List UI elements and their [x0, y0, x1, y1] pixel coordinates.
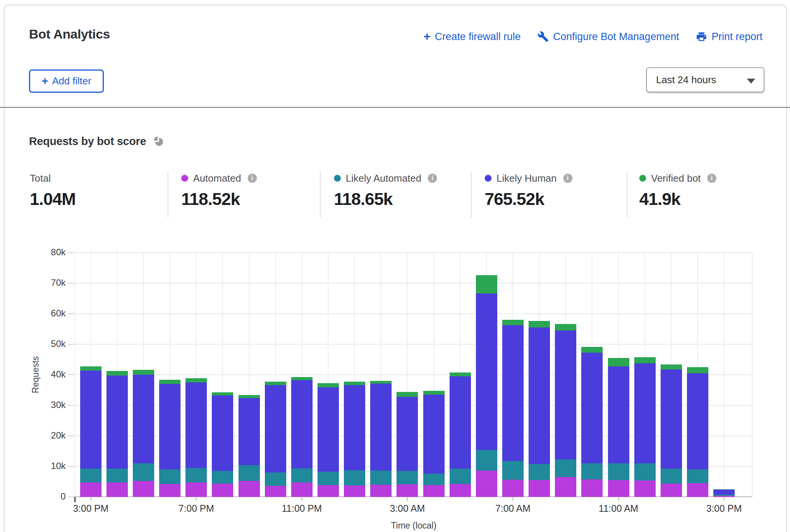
bar-segment-likely-automated[interactable]	[450, 469, 471, 484]
bar-segment-likely-human[interactable]	[529, 327, 550, 464]
bar-segment-likely-automated[interactable]	[159, 469, 181, 484]
bar-segment-likely-human[interactable]	[265, 385, 286, 472]
bar-segment-verified-bot[interactable]	[344, 382, 365, 385]
bar-segment-likely-human[interactable]	[344, 385, 365, 470]
bar-segment-likely-human[interactable]	[661, 369, 682, 468]
bar-segment-automated[interactable]	[397, 484, 418, 497]
bar-segment-verified-bot[interactable]	[581, 347, 603, 353]
bar-segment-verified-bot[interactable]	[239, 395, 260, 398]
bar-segment-automated[interactable]	[212, 484, 233, 497]
bar-segment-likely-automated[interactable]	[318, 472, 339, 485]
bar-segment-automated[interactable]	[661, 484, 682, 497]
bar-segment-likely-automated[interactable]	[344, 470, 365, 486]
bar-segment-likely-automated[interactable]	[661, 469, 682, 484]
bar-segment-verified-bot[interactable]	[291, 377, 313, 380]
bar-segment-automated[interactable]	[291, 482, 313, 497]
bar-segment-likely-automated[interactable]	[555, 459, 576, 477]
bar-segment-automated[interactable]	[239, 481, 260, 497]
bar-segment-automated[interactable]	[185, 482, 207, 497]
bar-segment-verified-bot[interactable]	[212, 392, 233, 396]
bar-segment-likely-human[interactable]	[608, 366, 629, 463]
bar-segment-likely-human[interactable]	[581, 353, 603, 463]
bar-segment-likely-human[interactable]	[291, 380, 313, 468]
bar-segment-automated[interactable]	[450, 484, 471, 497]
bar-segment-verified-bot[interactable]	[265, 382, 286, 385]
bar-segment-automated[interactable]	[265, 486, 286, 497]
bar-segment-automated[interactable]	[555, 477, 576, 497]
bar-segment-likely-human[interactable]	[713, 490, 735, 495]
bar-segment-likely-automated[interactable]	[634, 463, 656, 480]
bar-segment-automated[interactable]	[106, 482, 128, 497]
bar-segment-likely-automated[interactable]	[212, 471, 233, 484]
bar-segment-likely-human[interactable]	[212, 395, 233, 471]
bar-segment-verified-bot[interactable]	[555, 324, 576, 330]
bar-segment-automated[interactable]	[502, 480, 524, 497]
bar-segment-likely-automated[interactable]	[239, 465, 260, 481]
bar-segment-automated[interactable]	[370, 485, 392, 497]
bar-segment-automated[interactable]	[423, 485, 445, 497]
bar-segment-likely-automated[interactable]	[687, 469, 708, 483]
bar-segment-likely-automated[interactable]	[423, 474, 445, 485]
bar-segment-likely-human[interactable]	[476, 293, 497, 450]
bar-segment-likely-automated[interactable]	[502, 461, 524, 480]
bar-segment-verified-bot[interactable]	[687, 367, 708, 373]
bar-segment-likely-human[interactable]	[106, 376, 128, 469]
bar-segment-likely-human[interactable]	[370, 384, 392, 471]
bar-segment-likely-automated[interactable]	[185, 468, 207, 482]
bar-segment-likely-human[interactable]	[80, 371, 102, 469]
bar-segment-verified-bot[interactable]	[133, 370, 154, 375]
bar-segment-verified-bot[interactable]	[185, 378, 207, 382]
bar-segment-verified-bot[interactable]	[502, 320, 524, 325]
bar-segment-verified-bot[interactable]	[608, 358, 629, 366]
bar-segment-likely-automated[interactable]	[133, 463, 154, 481]
bar-segment-likely-human[interactable]	[450, 376, 471, 469]
bar-segment-verified-bot[interactable]	[106, 371, 128, 376]
bar-segment-likely-automated[interactable]	[581, 463, 603, 479]
bar-segment-verified-bot[interactable]	[476, 275, 497, 293]
bar-segment-likely-human[interactable]	[133, 375, 154, 463]
bar-segment-likely-human[interactable]	[634, 363, 656, 463]
bar-segment-likely-automated[interactable]	[80, 469, 102, 482]
bar-segment-automated[interactable]	[159, 484, 181, 497]
bar-segment-automated[interactable]	[608, 480, 629, 497]
bar-segment-verified-bot[interactable]	[318, 383, 339, 387]
bar-segment-likely-human[interactable]	[555, 330, 576, 459]
bar-segment-automated[interactable]	[581, 479, 603, 497]
bar-segment-automated[interactable]	[529, 480, 550, 497]
bar-segment-verified-bot[interactable]	[80, 366, 102, 370]
bar-segment-automated[interactable]	[318, 485, 339, 497]
bar-segment-likely-human[interactable]	[239, 398, 260, 465]
bar-segment-likely-automated[interactable]	[106, 469, 128, 482]
bar-segment-verified-bot[interactable]	[370, 381, 392, 384]
bar-segment-verified-bot[interactable]	[634, 357, 656, 363]
bar-segment-likely-human[interactable]	[159, 384, 181, 469]
bar-segment-likely-automated[interactable]	[397, 471, 418, 484]
bar-segment-likely-human[interactable]	[687, 373, 708, 469]
bar-segment-automated[interactable]	[476, 471, 497, 497]
bar-segment-likely-human[interactable]	[397, 397, 418, 471]
bar-segment-automated[interactable]	[634, 480, 656, 497]
bar-segment-likely-human[interactable]	[502, 325, 524, 461]
bar-segment-automated[interactable]	[80, 482, 102, 497]
bar-segment-automated[interactable]	[133, 481, 154, 497]
bar-segment-likely-automated[interactable]	[291, 468, 313, 482]
bar-segment-likely-automated[interactable]	[529, 464, 550, 480]
bar-segment-verified-bot[interactable]	[423, 391, 445, 395]
bar-segment-likely-automated[interactable]	[265, 472, 286, 486]
bar-segment-likely-automated[interactable]	[476, 450, 497, 471]
bar-segment-automated[interactable]	[687, 483, 708, 497]
bar-segment-likely-automated[interactable]	[370, 471, 392, 485]
bar-segment-likely-human[interactable]	[423, 395, 445, 474]
bar-segment-verified-bot[interactable]	[661, 364, 682, 370]
bar-segment-automated[interactable]	[344, 485, 365, 497]
plot-left-edge	[74, 253, 75, 497]
bar-segment-likely-human[interactable]	[318, 387, 339, 472]
bar-segment-likely-automated[interactable]	[608, 463, 629, 480]
bar-segment-verified-bot[interactable]	[159, 380, 181, 384]
bar-segment-verified-bot[interactable]	[713, 489, 735, 490]
bar-segment-verified-bot[interactable]	[397, 392, 418, 397]
bar-segment-likely-automated[interactable]	[713, 495, 735, 495]
bar-segment-verified-bot[interactable]	[450, 372, 471, 376]
bar-segment-verified-bot[interactable]	[529, 321, 550, 327]
bar-segment-likely-human[interactable]	[185, 382, 207, 468]
